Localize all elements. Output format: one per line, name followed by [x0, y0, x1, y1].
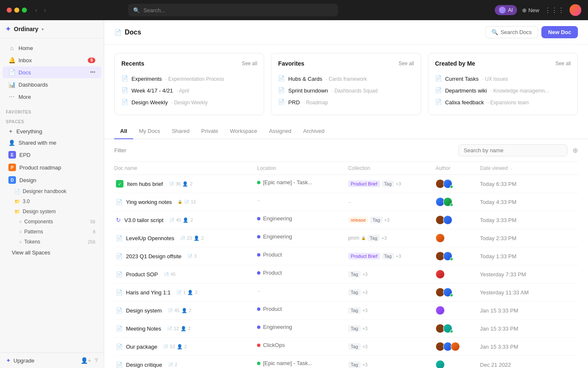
tab-shared[interactable]: Shared — [166, 124, 195, 139]
created-item-2[interactable]: 📄 Calixa feedback · Expansions team — [435, 96, 571, 108]
sidebar-item-design[interactable]: D Design — [3, 174, 101, 186]
add-column-icon[interactable]: ⊕ — [572, 146, 578, 154]
tab-private[interactable]: Private — [195, 124, 224, 139]
nav-arrows[interactable]: ‹ › — [34, 6, 47, 14]
tree-item-patterns[interactable]: ≡ Patterns 8 — [3, 227, 101, 236]
tab-workspace[interactable]: Workspace — [224, 124, 263, 139]
collection-tag[interactable]: Product Brief — [348, 180, 380, 187]
forward-arrow[interactable]: › — [42, 6, 48, 14]
tab-archived[interactable]: Archived — [297, 124, 331, 139]
favorite-item-1[interactable]: 📄 Sprint burndown · Dashboards Squad — [278, 85, 414, 96]
table-header-row: Doc name Location Collection Author Date — [114, 162, 578, 175]
tab-assigned[interactable]: Assigned — [263, 124, 297, 139]
help-icon[interactable]: ? — [94, 357, 98, 364]
patterns-label: Patterns — [24, 229, 43, 235]
favorite-item-2[interactable]: 📄 PRD · Roadmap — [278, 96, 414, 108]
collection-tag[interactable]: Tag — [348, 289, 361, 296]
created-text-0: Current Tasks · UX Issues — [445, 75, 508, 82]
col-doc-name[interactable]: Doc name — [114, 162, 257, 175]
sidebar-item-epd[interactable]: E EPD — [3, 149, 101, 161]
grid-icon[interactable]: ⋮⋮⋮ — [544, 6, 564, 14]
created-see-all[interactable]: See all — [555, 61, 571, 66]
collection-tag[interactable]: Product Brief — [348, 253, 380, 259]
add-member-icon[interactable]: 👤+ — [81, 357, 91, 364]
table-row[interactable]: 📄 Our package 📄53👤2 ClickOpsTag+3Jan 15 … — [114, 338, 578, 356]
search-name-input[interactable] — [458, 144, 567, 156]
back-arrow[interactable]: ‹ — [34, 6, 39, 14]
tree-item-tokens[interactable]: ≡ Tokens 256 — [3, 237, 101, 246]
sidebar-item-dashboards[interactable]: 📊 Dashboards — [3, 79, 101, 90]
cell-actions: ••• — [561, 211, 578, 229]
col-author[interactable]: Author — [436, 162, 480, 175]
list-icon: ≡ — [19, 230, 22, 234]
created-item-0[interactable]: 📄 Current Tasks · UX Issues — [435, 73, 571, 85]
ai-button[interactable]: AI — [495, 5, 517, 15]
table-row[interactable]: 📄 Meeting Notes 📄12👤2 EngineeringTag+3Ja… — [114, 320, 578, 338]
collection-tag[interactable]: release — [348, 217, 368, 223]
sidebar-item-docs[interactable]: 📄 Docs ••• — [3, 66, 101, 78]
window-controls[interactable] — [7, 8, 27, 13]
collection-tag[interactable]: Tag — [382, 253, 394, 259]
collection-tag[interactable]: Tag — [348, 361, 361, 368]
table-row[interactable]: 📄 LevelUp Opennotes 📄23👤2 Engineeringpmm… — [114, 229, 578, 247]
collection-tag[interactable]: Tag — [348, 325, 361, 332]
tab-my-docs[interactable]: My Docs — [133, 124, 166, 139]
table-row[interactable]: 📄 Ying working notes 🔒📄15 ––Today 4:33 P… — [114, 193, 578, 211]
tree-item-design-system[interactable]: 📁 Design system — [3, 207, 101, 216]
cell-author — [436, 302, 480, 320]
tree-item-designer-handbook[interactable]: 📄 Designer handbook — [3, 187, 101, 196]
docs-more-icon[interactable]: ••• — [90, 69, 95, 75]
user-avatar[interactable] — [570, 4, 581, 16]
sidebar-item-product-roadmap[interactable]: P Product roadmap — [3, 161, 101, 173]
sidebar-item-everything[interactable]: ✦ Everything — [3, 126, 101, 137]
view-all-spaces[interactable]: View all Spaces — [3, 247, 101, 258]
col-collection[interactable]: Collection — [348, 162, 436, 175]
table-row[interactable]: 📄 Haris and Ying 1:1 📄1👤2 –Tag+3Yesterda… — [114, 283, 578, 302]
table-row[interactable]: ✓ Item hubs brief 📄36👤2 [Epic name] - Ta… — [114, 175, 578, 193]
global-search[interactable]: 🔍 Search... — [128, 4, 338, 16]
collection-tag[interactable]: Tag — [368, 235, 380, 241]
sidebar-item-more[interactable]: ⋯ More — [3, 91, 101, 103]
author-avatars — [436, 288, 453, 297]
sidebar-item-shared-with-me[interactable]: 👤 Shared with me — [3, 138, 101, 148]
new-button[interactable]: ⊕ New — [522, 7, 539, 13]
collection-tag[interactable]: Tag — [370, 217, 383, 223]
docs-header-icon: 📄 — [114, 29, 121, 36]
favorite-item-0[interactable]: 📄 Hubs & Cards · Cards framework — [278, 73, 414, 85]
cell-collection: Tag+3 — [348, 320, 436, 338]
table-row[interactable]: ↻ V3.0 tailor script 📄45👤2 Engineeringre… — [114, 211, 578, 229]
collection-tag[interactable]: Tag — [382, 180, 394, 187]
recent-item-0[interactable]: 📄 Experiments · Experimentation Process — [121, 73, 257, 85]
pages-count: 1 — [183, 290, 186, 295]
table-row[interactable]: 📄 2023 Q1 Design offsite 📄3 ProductProdu… — [114, 247, 578, 265]
recent-item-1[interactable]: 📄 Week 4/17 - 4/21 · April — [121, 85, 257, 96]
sidebar-item-inbox[interactable]: 🔔 Inbox 9 — [3, 54, 101, 66]
table-row[interactable]: 📄 Product SOP 📄45 ProductTag+3Yesterday … — [114, 265, 578, 283]
filter-button[interactable]: Filter — [114, 147, 126, 154]
close-button[interactable] — [7, 8, 12, 13]
col-location[interactable]: Location — [257, 162, 348, 175]
sidebar-item-home[interactable]: ⌂ Home — [3, 42, 101, 54]
recent-item-2[interactable]: 📄 Design Weekly · Design Weekly — [121, 96, 257, 108]
tree-item-components[interactable]: ≡ Components 56 — [3, 217, 101, 226]
tab-all[interactable]: All — [114, 124, 133, 139]
search-docs-button[interactable]: 🔍 Search Docs — [485, 26, 538, 38]
collection-tag[interactable]: Tag — [348, 307, 361, 314]
created-item-1[interactable]: 📄 Departments wiki · Knowledge managemn.… — [435, 85, 571, 96]
tabs-row: All My Docs Shared Private Workspace Ass… — [114, 124, 578, 139]
sidebar-header[interactable]: ✦ Ordinary ▾ — [0, 20, 104, 38]
collection-tag[interactable]: Tag — [348, 271, 361, 278]
collection-tag[interactable]: Tag — [348, 343, 361, 350]
new-doc-button[interactable]: New Doc — [541, 26, 578, 38]
cell-location: Engineering — [257, 229, 348, 244]
col-date[interactable]: Date viewed ↓ — [480, 162, 561, 175]
recents-see-all[interactable]: See all — [242, 61, 257, 66]
minimize-button[interactable] — [14, 8, 19, 13]
sidebar-footer[interactable]: ✦ Upgrade 👤+ ? — [0, 352, 104, 368]
tree-item-3-0[interactable]: 📁 3.0 — [3, 197, 101, 206]
fav-sub-0: · Cards framework — [326, 76, 367, 82]
maximize-button[interactable] — [22, 8, 27, 13]
table-row[interactable]: 📄 Design system 📄45👤2 ProductTag+3Jan 15… — [114, 302, 578, 320]
favorites-see-all[interactable]: See all — [399, 61, 414, 66]
table-row[interactable]: 📄 Design critique 📄2 [Epic name] - Task.… — [114, 356, 578, 368]
